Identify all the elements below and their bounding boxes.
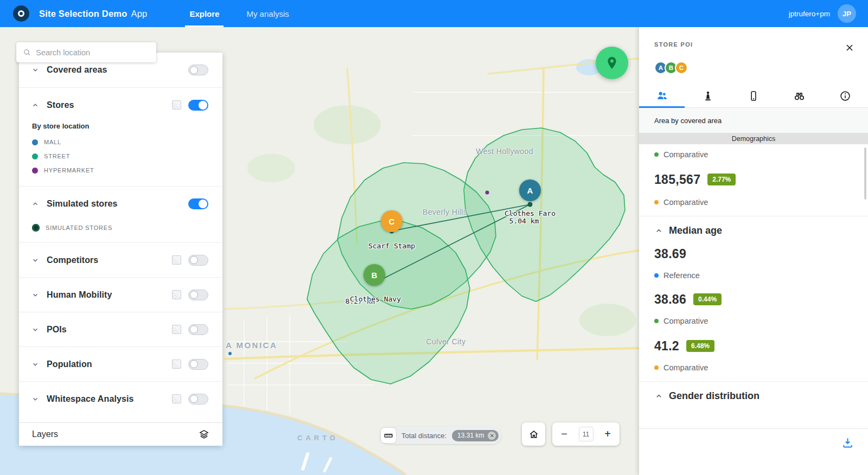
tab-competitors[interactable] [776, 84, 822, 107]
search-location-box[interactable] [16, 42, 156, 62]
close-panel-button[interactable] [844, 42, 855, 55]
whitespace-toggle[interactable] [188, 394, 208, 405]
layers-footer-label: Layers [32, 429, 58, 439]
stores-legend: By store location MALL STREET HYPERMARKE… [19, 122, 222, 186]
layer-section-pois[interactable]: POIs [19, 312, 222, 346]
mall-dot-icon [32, 139, 38, 145]
layer-section-whitespace-analysis[interactable]: Whitespace Analysis [19, 381, 222, 416]
people-icon [656, 89, 668, 102]
pois-toggle[interactable] [188, 324, 208, 335]
legend-label-hypermarket: HYPERMARKET [44, 167, 94, 174]
zoom-out-button[interactable]: − [559, 428, 569, 440]
store-marker-c[interactable]: C [381, 210, 403, 232]
zoom-level-indicator: 11 [579, 427, 593, 441]
median-age-section-header[interactable]: Median age [654, 216, 853, 245]
gender-distribution-section-header[interactable]: Gender distribution [654, 382, 853, 410]
tab-demographics[interactable] [639, 84, 685, 107]
stores-legend-title: By store location [32, 122, 209, 130]
tab-landmarks[interactable] [685, 84, 730, 107]
chevron-down-icon [31, 395, 40, 403]
store-chip-c[interactable]: C [675, 61, 688, 74]
store-label-clothes-faro: Clothes Faro [505, 209, 556, 217]
layer-section-stores[interactable]: Stores [19, 87, 222, 122]
pct-badge: 0.44% [693, 293, 722, 305]
home-icon [528, 429, 539, 440]
population-legend-comparative-2: Comparative [654, 195, 853, 209]
search-icon [23, 48, 31, 57]
chevron-up-icon [654, 227, 663, 235]
city-label-culver-city: Culver City [426, 337, 466, 346]
app-title-text: Site Selection Demo [39, 9, 127, 18]
median-age-legend-comparative-2: Comparative [654, 361, 853, 375]
layer-section-human-mobility[interactable]: Human Mobility [19, 277, 222, 312]
competitors-toggle[interactable] [188, 255, 208, 266]
store-marker-b[interactable]: B [363, 264, 385, 286]
median-age-comparative-value-1: 38.86 0.44% [654, 290, 853, 309]
zoom-control: − 11 + [552, 422, 620, 446]
scrollbar-thumb[interactable] [864, 147, 866, 200]
carto-attribution[interactable]: CARTO [297, 434, 339, 442]
simulated-store-dot-icon [32, 224, 40, 232]
home-button[interactable] [522, 422, 545, 446]
store-poi-header: STORE POI [639, 27, 868, 55]
store-marker-a[interactable]: A [519, 179, 541, 201]
zoom-in-button[interactable]: + [603, 428, 612, 440]
layer-section-competitors[interactable]: Competitors [19, 242, 222, 277]
tab-info[interactable] [822, 84, 868, 107]
population-toggle[interactable] [188, 359, 208, 370]
median-age-comparative-value-2: 41.2 6.48% [654, 337, 853, 355]
app-title: Site Selection DemoApp [39, 9, 147, 19]
add-store-pin-button[interactable] [596, 47, 628, 79]
tab-mobile-data[interactable] [731, 84, 776, 107]
chevron-down-icon [31, 256, 40, 264]
layer-label-competitors: Competitors [47, 255, 98, 265]
simulated-stores-toggle[interactable] [188, 198, 208, 209]
stores-widget-checkbox[interactable] [172, 100, 181, 110]
store-chips: A B C [639, 55, 868, 74]
avatar[interactable]: JP [838, 4, 856, 23]
metrics-content: Comparative 185,567 2.77% Comparative Me… [639, 144, 868, 410]
segment-distance-label-a: 5.04 km [509, 217, 539, 225]
legend-label-simulated-stores: SIMULATED STORES [46, 224, 112, 231]
close-icon [844, 42, 855, 53]
pct-badge: 6.48% [686, 340, 714, 352]
tab-explore[interactable]: Explore [182, 0, 227, 27]
legend-item-mall: MALL [32, 135, 209, 149]
pois-widget-checkbox[interactable] [172, 325, 181, 334]
topbar-user-area: jptrufero+pm JP [789, 4, 856, 23]
median-age-legend-comparative-1: Comparative [654, 314, 853, 328]
tab-my-analysis[interactable]: My analysis [239, 0, 296, 27]
population-widget-checkbox[interactable] [172, 360, 181, 369]
covered-areas-toggle[interactable] [188, 65, 208, 75]
comparative-dot-icon [654, 200, 659, 204]
search-input[interactable] [36, 48, 150, 57]
whitespace-widget-checkbox[interactable] [172, 394, 181, 403]
app-title-suffix: App [131, 9, 147, 18]
chevron-up-icon [654, 392, 663, 400]
chevron-up-icon [31, 200, 40, 208]
chevron-down-icon [31, 66, 40, 74]
layers-footer-button[interactable]: Layers [19, 422, 222, 446]
layer-section-population[interactable]: Population [19, 346, 222, 381]
legend-label-mall: MALL [44, 139, 61, 145]
city-label-santa-monica: A MONICA [226, 341, 277, 350]
demographics-group-header: Demographics [639, 133, 868, 144]
analysis-tabs [639, 84, 868, 108]
download-button[interactable] [841, 437, 854, 475]
legend-item-hypermarket: HYPERMARKET [32, 163, 209, 177]
legend-item-street: STREET [32, 149, 209, 163]
metric-value: 38.86 [654, 292, 686, 307]
ruler-button[interactable] [381, 428, 396, 443]
main-nav: Explore My analysis [182, 0, 308, 27]
population-comparative-value: 185,567 2.77% [654, 170, 853, 189]
layer-label-simulated-stores: Simulated stores [47, 199, 118, 209]
competitors-widget-checkbox[interactable] [172, 255, 181, 265]
user-email: jptrufero+pm [789, 10, 830, 18]
clear-distance-icon[interactable]: ✕ [488, 432, 496, 440]
layer-section-simulated-stores[interactable]: Simulated stores [19, 186, 222, 221]
stores-toggle[interactable] [188, 100, 208, 111]
metric-value: 38.69 [654, 247, 686, 261]
human-mobility-toggle[interactable] [188, 290, 208, 300]
distance-tool: Total distance: 13.31 km ✕ [380, 427, 501, 444]
human-mobility-widget-checkbox[interactable] [172, 290, 181, 299]
